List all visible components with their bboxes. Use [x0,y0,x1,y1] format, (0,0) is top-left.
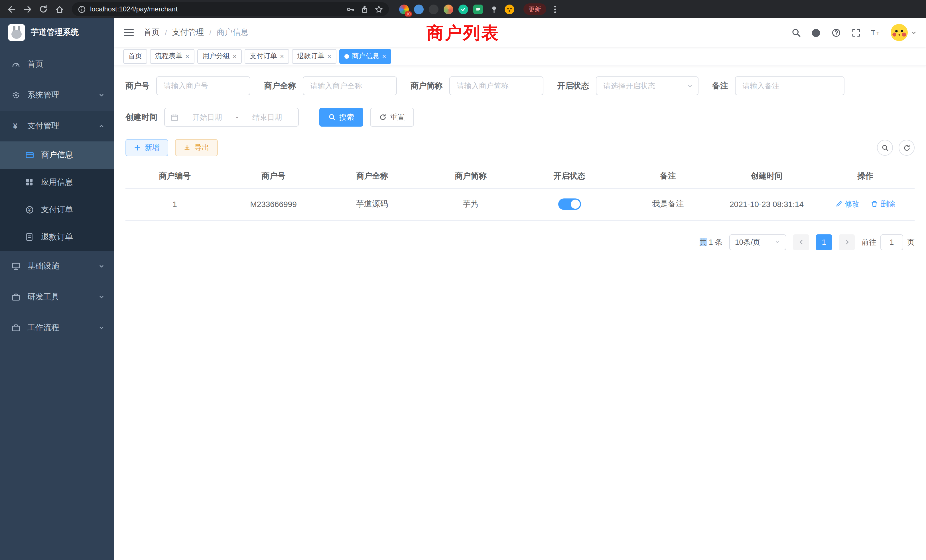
sidebar-item-dev-tools[interactable]: 研发工具 [0,282,114,312]
close-icon[interactable]: × [280,53,284,60]
page-size-value: 10条/页 [735,237,760,247]
dashboard-icon [11,60,21,69]
edit-button[interactable]: 修改 [835,199,859,209]
col-header-actions: 操作 [816,164,915,188]
start-date-placeholder[interactable]: 开始日期 [182,112,233,122]
github-icon[interactable] [811,27,821,38]
short-name-input[interactable] [450,77,543,95]
back-icon[interactable] [6,3,17,15]
sidebar-item-home[interactable]: 首页 [0,49,114,80]
status-select[interactable] [596,76,699,95]
goto-page-input[interactable] [881,234,903,250]
close-icon[interactable]: × [382,53,386,60]
chevron-down-icon [687,82,693,89]
cell-id: 1 [126,188,224,220]
breadcrumb-home[interactable]: 首页 [144,27,160,38]
site-info-icon[interactable] [77,5,86,14]
export-button[interactable]: 导出 [175,139,218,156]
merchant-table: 商户编号 商户号 商户全称 商户简称 开启状态 备注 创建时间 操作 1 [126,164,915,220]
status-toggle[interactable] [558,198,581,210]
page-number-button[interactable]: 1 [816,234,832,250]
tab-home[interactable]: 首页 [123,49,147,64]
user-menu[interactable] [891,24,917,41]
chevron-down-icon [98,263,105,270]
end-date-placeholder[interactable]: 结束日期 [242,112,292,122]
close-icon[interactable]: × [185,53,189,60]
status-select-input[interactable] [596,77,687,95]
font-size-icon[interactable]: TT [871,27,881,38]
refresh-table-button[interactable] [899,140,915,156]
tab-process-form[interactable]: 流程表单× [150,49,194,64]
sidebar-item-system[interactable]: 系统管理 [0,80,114,110]
pin-icon[interactable] [488,3,499,15]
search-icon[interactable] [791,27,801,38]
create-time-range-picker[interactable]: 开始日期 - 结束日期 [164,108,299,127]
password-key-icon[interactable] [345,5,355,14]
full-name-input[interactable] [303,77,396,95]
browser-update-button[interactable]: 更新 [524,3,546,15]
tab-pay-order[interactable]: 支付订单× [245,49,289,64]
help-icon[interactable] [831,27,841,38]
tab-user-group[interactable]: 用户分组× [197,49,242,64]
bookmark-star-icon[interactable] [374,5,383,14]
app-frame: 芋道管理系统 首页 系统管理 [0,18,926,560]
sidebar-item-workflow[interactable]: 工作流程 [0,312,114,343]
sidebar-item-refund-order[interactable]: 退款订单 [0,224,114,251]
reset-button[interactable]: 重置 [370,108,414,127]
sidebar-item-pay-order[interactable]: ¥ 支付订单 [0,196,114,224]
add-button[interactable]: 新增 [126,139,168,156]
prev-page-button[interactable] [793,234,809,250]
extension-icon[interactable] [399,4,409,14]
filter-short-name: 商户简称 [410,76,543,95]
sidebar-item-merchant-info[interactable]: 商户信息 [0,141,114,169]
sidebar-item-label: 工作流程 [27,323,59,333]
next-page-button[interactable] [839,234,855,250]
credit-card-icon [25,151,34,160]
search-button-label: 搜索 [339,112,354,122]
search-button[interactable]: 搜索 [319,108,363,127]
page-content: 商户号 商户全称 商户简称 开启状态 [114,66,926,560]
show-search-button[interactable] [877,140,893,156]
sidebar-item-label: 支付订单 [41,205,73,215]
hamburger-icon[interactable] [123,27,135,38]
delete-button[interactable]: 删除 [871,199,896,209]
reload-icon[interactable] [38,3,49,15]
home-icon[interactable] [54,3,65,15]
share-icon[interactable] [360,5,369,14]
page-size-select[interactable]: 10条/页 [729,234,786,250]
close-icon[interactable]: × [233,53,237,60]
fullscreen-icon[interactable] [851,27,861,38]
chevron-down-icon [98,324,105,331]
navbar: 首页 / 支付管理 / 商户信息 [114,18,926,47]
filter-create-time: 创建时间 开始日期 - 结束日期 [126,108,299,127]
close-icon[interactable]: × [327,53,331,60]
filter-label: 商户简称 [410,81,442,91]
breadcrumb-payment[interactable]: 支付管理 [172,27,204,38]
sidebar-item-infrastructure[interactable]: 基础设施 [0,251,114,282]
sidebar-item-payment[interactable]: ¥ 支付管理 [0,110,114,141]
app-logo[interactable]: 芋道管理系统 [0,18,114,47]
profile-avatar-icon[interactable] [505,4,514,14]
extension-icon[interactable] [473,4,483,14]
browser-menu-icon[interactable] [551,5,559,13]
chevron-up-icon [98,123,105,129]
toolbox-icon [11,292,21,302]
tab-refund-order[interactable]: 退款订单× [292,49,336,64]
merchant-no-input[interactable] [157,77,250,95]
forward-icon[interactable] [22,3,33,15]
extension-icon[interactable] [443,4,453,14]
pagination-total-count: 1 [709,238,713,246]
extension-icon[interactable] [429,4,439,14]
address-bar[interactable]: localhost:1024/pay/merchant [72,2,389,16]
filter-row-1: 商户号 商户全称 商户简称 开启状态 [126,76,915,95]
sidebar-item-app-info[interactable]: 应用信息 [0,169,114,196]
extension-icon[interactable] [414,4,424,14]
filter-label: 备注 [712,81,728,91]
tab-merchant-info[interactable]: 商户信息× [339,49,391,64]
extension-icon[interactable] [458,4,468,14]
logo-image [8,24,25,41]
sidebar-item-label: 退款订单 [41,232,73,242]
sidebar: 芋道管理系统 首页 系统管理 [0,18,114,560]
date-separator: - [236,113,239,121]
remark-input[interactable] [735,77,844,95]
